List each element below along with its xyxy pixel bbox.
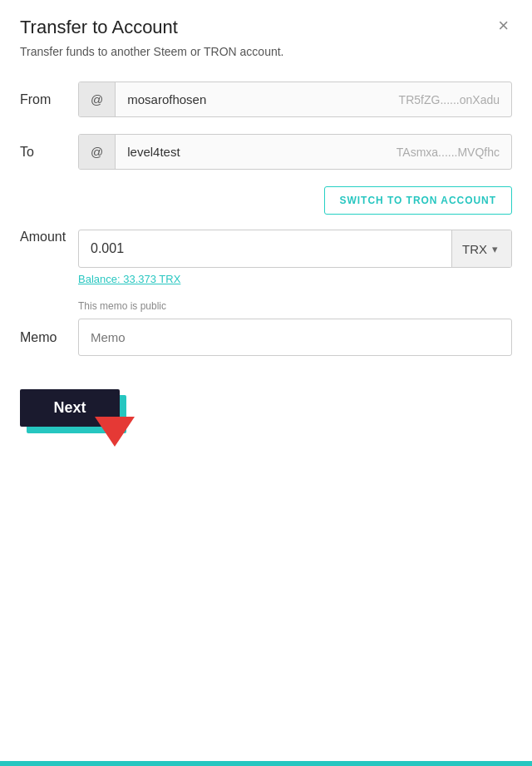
balance-text[interactable]: Balance: 33.373 TRX — [78, 273, 512, 285]
memo-public-notice: This memo is public — [78, 300, 512, 312]
currency-select[interactable]: TRX ▾ — [451, 230, 511, 267]
svg-marker-0 — [95, 417, 135, 447]
memo-input-row: Memo — [20, 319, 512, 356]
switch-to-tron-button[interactable]: SWITCH TO TRON ACCOUNT — [324, 186, 512, 215]
from-username-input[interactable] — [116, 82, 387, 116]
from-input-field: @ TR5fZG......onXadu — [78, 82, 512, 117]
from-row: From @ TR5fZG......onXadu — [20, 82, 512, 117]
dialog-title: Transfer to Account — [20, 17, 178, 38]
amount-row: Amount TRX ▾ — [20, 230, 512, 268]
switch-btn-row: SWITCH TO TRON ACCOUNT — [78, 186, 512, 215]
close-button[interactable]: × — [495, 17, 512, 35]
to-username-input[interactable] — [116, 135, 385, 169]
next-button-area: Next — [20, 389, 120, 427]
amount-label: Amount — [20, 230, 78, 245]
to-input-field: @ TAsmxa......MVQfhc — [78, 134, 512, 170]
memo-section: This memo is public Memo — [20, 300, 512, 356]
to-tron-address: TAsmxa......MVQfhc — [385, 136, 511, 169]
from-label: From — [20, 92, 78, 107]
dialog-subtitle: Transfer funds to another Steem or TRON … — [20, 45, 512, 58]
from-tron-address: TR5fZG......onXadu — [387, 83, 511, 116]
transfer-dialog: Transfer to Account × Transfer funds to … — [0, 0, 532, 766]
from-at-symbol: @ — [79, 82, 116, 116]
to-label: To — [20, 145, 78, 160]
amount-input-wrapper: TRX ▾ — [78, 230, 512, 268]
bottom-bar — [0, 761, 532, 766]
memo-input[interactable] — [78, 319, 512, 356]
arrow-indicator — [95, 417, 135, 450]
chevron-down-icon: ▾ — [492, 243, 498, 255]
to-row: To @ TAsmxa......MVQfhc — [20, 134, 512, 170]
amount-input[interactable] — [79, 230, 451, 267]
currency-label: TRX — [462, 242, 487, 256]
to-at-symbol: @ — [79, 135, 116, 169]
dialog-header: Transfer to Account × — [20, 17, 512, 38]
memo-label: Memo — [20, 330, 78, 345]
